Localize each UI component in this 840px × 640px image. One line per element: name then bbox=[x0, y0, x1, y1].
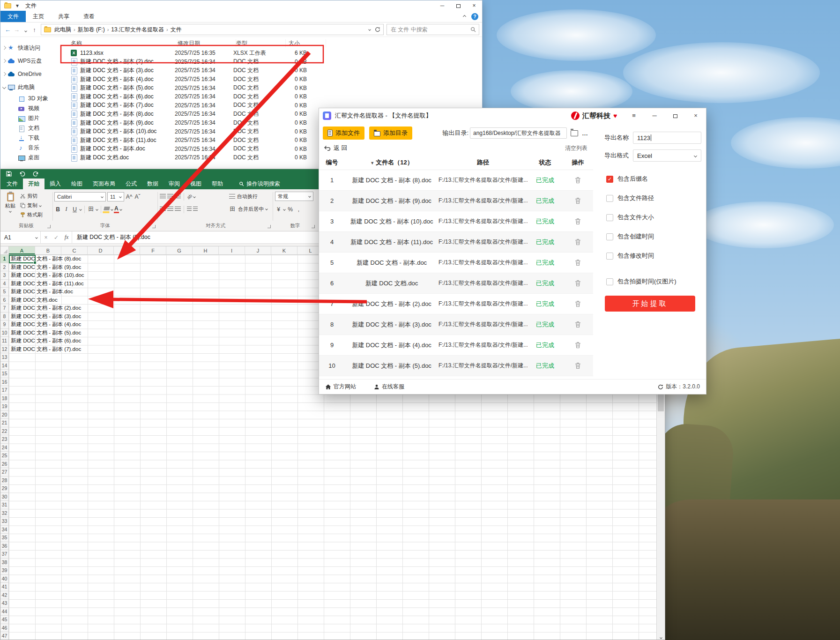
export-option-4[interactable]: 包含修改时间 bbox=[606, 252, 706, 260]
add-file-button[interactable]: 添加文件 bbox=[323, 127, 364, 140]
maximize-button[interactable] bbox=[450, 0, 466, 11]
column-H-header[interactable]: H bbox=[193, 246, 219, 254]
align-right-icon[interactable] bbox=[175, 207, 181, 212]
dialog-launcher-icon[interactable] bbox=[47, 225, 51, 228]
row-24-header[interactable]: 24 bbox=[0, 444, 8, 452]
cancel-entry-icon[interactable]: × bbox=[41, 231, 51, 243]
official-site-link[interactable]: 官方网站 bbox=[325, 383, 356, 391]
export-option-2[interactable]: 包含文件大小 bbox=[606, 213, 706, 222]
extract-row[interactable]: 3新建 DOC 文档 - 副本 (10).docF:/13.汇帮文件名提取器/文… bbox=[319, 211, 593, 232]
sidebar-item[interactable]: WPS云盘 bbox=[0, 54, 61, 67]
extract-row[interactable]: 6新建 DOC 文档.docF:/13.汇帮文件名提取器/文件/新建...已完成 bbox=[319, 273, 593, 294]
sidebar-item[interactable]: 快速访问 bbox=[0, 41, 61, 54]
select-all-corner[interactable] bbox=[0, 246, 9, 255]
percent-style-button[interactable]: % bbox=[287, 206, 294, 213]
output-dir-input[interactable]: ang168/Desktop/汇帮文件名提取器 bbox=[470, 127, 567, 139]
align-middle-icon[interactable] bbox=[167, 194, 173, 199]
row-7-header[interactable]: 7 bbox=[0, 304, 8, 313]
file-row[interactable]: 1123.xlsx2025/7/25 16:35XLSX 工作表6 KB bbox=[61, 49, 482, 58]
column-J-header[interactable]: J bbox=[245, 246, 271, 254]
row-28-header[interactable]: 28 bbox=[0, 476, 8, 485]
cell-A2[interactable]: 新建 DOC 文档 - 副本 (9).doc bbox=[11, 263, 81, 272]
row-38-header[interactable]: 38 bbox=[0, 558, 8, 567]
file-row[interactable]: 新建 DOC 文档 - 副本 (6).doc2025/7/25 16:34DOC… bbox=[61, 92, 482, 101]
row-4-header[interactable]: 4 bbox=[0, 280, 8, 288]
back-button[interactable]: ← bbox=[3, 26, 12, 33]
row-43-header[interactable]: 43 bbox=[0, 599, 8, 608]
row-47-header[interactable]: 47 bbox=[0, 632, 8, 640]
column-G-header[interactable]: G bbox=[166, 246, 193, 254]
export-option-1[interactable]: 包含文件路径 bbox=[606, 194, 706, 202]
extract-column-header[interactable]: 路径 bbox=[439, 158, 528, 167]
row-30-header[interactable]: 30 bbox=[0, 493, 8, 501]
extract-row[interactable]: 10新建 DOC 文档 - 副本 (5).docF:/13.汇帮文件名提取器/文… bbox=[319, 356, 593, 376]
excel-tab-8[interactable]: 视图 bbox=[185, 179, 207, 189]
checkbox-icon[interactable]: ✓ bbox=[606, 176, 613, 183]
row-42-header[interactable]: 42 bbox=[0, 591, 8, 600]
delete-icon[interactable] bbox=[575, 280, 581, 287]
column-K-header[interactable]: K bbox=[271, 246, 297, 254]
cell-A6[interactable]: 新建 DOC 文档.doc bbox=[11, 296, 58, 305]
menu-button[interactable]: ≡ bbox=[624, 108, 644, 123]
row-14-header[interactable]: 14 bbox=[0, 362, 8, 370]
row-18-header[interactable]: 18 bbox=[0, 394, 8, 403]
excel-tab-6[interactable]: 数据 bbox=[142, 179, 164, 189]
file-column-header[interactable]: 名称 bbox=[61, 39, 178, 47]
breadcrumb-segment[interactable]: 新加卷 (F:) bbox=[75, 26, 107, 34]
export-name-input[interactable]: 1123 bbox=[633, 132, 701, 144]
explorer-menu-tab[interactable]: 主页 bbox=[26, 11, 51, 22]
extract-column-header[interactable]: 操作 bbox=[563, 158, 593, 167]
export-option-5[interactable]: 包含拍摄时间(仅图片) bbox=[606, 277, 706, 286]
close-button[interactable]: × bbox=[685, 108, 706, 123]
row-1-header[interactable]: 1 bbox=[0, 255, 8, 263]
align-top-icon[interactable] bbox=[160, 194, 166, 199]
row-12-header[interactable]: 12 bbox=[0, 345, 8, 354]
dialog-launcher-icon[interactable] bbox=[268, 225, 271, 228]
sidebar-item[interactable]: 视频 bbox=[0, 104, 61, 113]
excel-tab-10[interactable]: 操作说明搜索 bbox=[234, 179, 285, 189]
delete-icon[interactable] bbox=[575, 197, 581, 204]
extract-row[interactable]: 4新建 DOC 文档 - 副本 (11).docF:/13.汇帮文件名提取器/文… bbox=[319, 232, 593, 253]
start-extract-button[interactable]: 开始提取 bbox=[605, 296, 695, 312]
help-icon[interactable]: ? bbox=[471, 13, 478, 20]
confirm-entry-icon[interactable]: ✓ bbox=[51, 231, 61, 243]
font-name-select[interactable]: Calibri bbox=[54, 192, 106, 201]
cell-A4[interactable]: 新建 DOC 文档 - 副本 (11).doc bbox=[11, 280, 84, 288]
refresh-icon[interactable] bbox=[375, 27, 380, 32]
align-center-icon[interactable] bbox=[167, 207, 173, 212]
checkbox-icon[interactable] bbox=[606, 195, 613, 202]
merge-center-button[interactable]: 田 合并后居中 bbox=[229, 204, 268, 214]
explorer-menu-file-tab[interactable]: 文件 bbox=[0, 11, 26, 22]
sidebar-item[interactable]: 3D 对象 bbox=[0, 94, 61, 104]
row-35-header[interactable]: 35 bbox=[0, 534, 8, 542]
ribbon-collapse-icon[interactable] bbox=[463, 15, 466, 18]
orientation-button[interactable]: ab bbox=[186, 193, 193, 201]
checkbox-icon[interactable] bbox=[606, 278, 613, 285]
extract-column-header[interactable]: 编号 bbox=[319, 158, 345, 167]
delete-icon[interactable] bbox=[575, 300, 581, 307]
borders-button[interactable]: 田 bbox=[88, 205, 95, 213]
copy-button[interactable]: 复制 bbox=[20, 201, 43, 209]
file-column-header[interactable]: 类型 bbox=[236, 39, 286, 47]
row-29-header[interactable]: 29 bbox=[0, 484, 8, 493]
increase-indent-icon[interactable] bbox=[193, 207, 198, 212]
checkbox-icon[interactable] bbox=[606, 233, 613, 240]
row-44-header[interactable]: 44 bbox=[0, 608, 8, 616]
row-33-header[interactable]: 33 bbox=[0, 517, 8, 526]
extract-row[interactable]: 9新建 DOC 文档 - 副本 (4).docF:/13.汇帮文件名提取器/文件… bbox=[319, 335, 593, 356]
excel-tab-0[interactable]: 文件 bbox=[1, 179, 23, 189]
quick-access-toolbar-caret-icon[interactable]: ▾ bbox=[16, 2, 19, 9]
open-folder-icon[interactable] bbox=[571, 130, 578, 136]
column-F-header[interactable]: F bbox=[140, 246, 166, 254]
row-27-header[interactable]: 27 bbox=[0, 468, 8, 476]
name-box[interactable]: A1 bbox=[0, 231, 41, 243]
comma-style-button[interactable]: , bbox=[295, 206, 302, 213]
paste-button[interactable]: 粘贴 bbox=[2, 192, 19, 220]
align-left-icon[interactable] bbox=[160, 207, 166, 212]
redo-icon[interactable] bbox=[33, 171, 39, 177]
sidebar-item[interactable]: 图片 bbox=[0, 113, 61, 123]
dialog-launcher-icon[interactable] bbox=[152, 225, 156, 228]
fill-color-button[interactable] bbox=[104, 207, 110, 210]
delete-icon[interactable] bbox=[575, 177, 581, 184]
cell-A9[interactable]: 新建 DOC 文档 - 副本 (4).doc bbox=[11, 320, 81, 329]
